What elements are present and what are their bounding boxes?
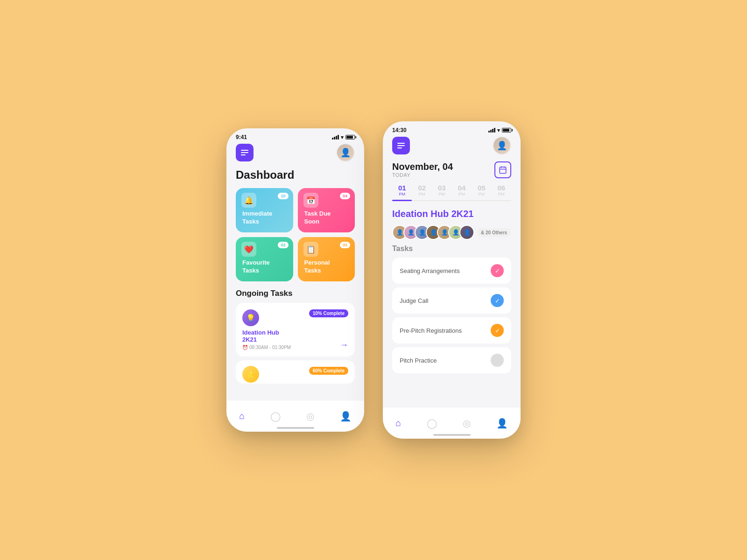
avatars-row: 👤 👤 👤 👤 👤 👤 👤 & 20 Others xyxy=(392,225,511,240)
user-avatar-right[interactable]: 👤 xyxy=(493,136,511,155)
task-due-soon-label: Task DueSoon xyxy=(304,210,349,226)
discover-icon-left: ◎ xyxy=(306,411,314,422)
ongoing-card-title: Ideation Hub2K21 xyxy=(242,329,348,343)
chat-icon-left: ◯ xyxy=(270,411,281,422)
home-icon-right: ⌂ xyxy=(395,418,401,428)
time-slot-02[interactable]: 02 PM xyxy=(412,184,432,200)
chat-icon-right: ◯ xyxy=(427,418,437,429)
battery-icon xyxy=(345,135,355,140)
tasks-section-label: Tasks xyxy=(392,245,511,253)
checkmark-seating: ✓ xyxy=(495,267,500,274)
task-row-judge-call[interactable]: Judge Call ✓ xyxy=(392,287,511,314)
home-indicator-right xyxy=(433,434,471,436)
task-grid: 10 🔔 ImmediateTasks 04 📅 Task DueSoon 02… xyxy=(236,188,355,281)
calendar-button[interactable] xyxy=(494,161,511,178)
time-period-04: PM xyxy=(452,192,472,196)
nav-chat-left[interactable]: ◯ xyxy=(265,408,286,425)
time-period-06: PM xyxy=(492,192,512,196)
date-label: TODAY xyxy=(392,172,453,178)
task-due-soon-card[interactable]: 04 📅 Task DueSoon xyxy=(298,188,355,232)
ongoing-progress-badge: 10% Complete xyxy=(309,309,348,317)
time-number-05: 05 xyxy=(472,184,492,192)
task-row-prepitch[interactable]: Pre-Pitch Registrations ✓ xyxy=(392,317,511,343)
discover-icon-right: ◎ xyxy=(463,418,471,429)
avatar-image-left: 👤 xyxy=(337,144,354,161)
nav-profile-right[interactable]: 👤 xyxy=(491,415,514,432)
nav-chat-right[interactable]: ◯ xyxy=(421,415,443,432)
nav-home-left[interactable]: ⌂ xyxy=(233,408,250,424)
hamburger-icon xyxy=(241,150,248,155)
time-period-01: PM xyxy=(392,192,412,196)
battery-icon-right xyxy=(502,128,511,133)
checkmark-prepitch: ✓ xyxy=(495,327,500,334)
personal-tasks-label: PersonalTasks xyxy=(304,259,349,275)
bottom-nav-right: ⌂ ◯ ◎ 👤 xyxy=(383,407,521,439)
event-title: Ideation Hub 2K21 xyxy=(392,209,511,219)
nav-discover-left[interactable]: ◎ xyxy=(301,408,320,425)
immediate-tasks-label: ImmediateTasks xyxy=(242,210,287,226)
favourite-tasks-card[interactable]: 02 ❤️ FavouriteTasks xyxy=(236,237,293,281)
signal-icon-right xyxy=(488,128,495,133)
svg-rect-0 xyxy=(500,167,506,174)
time-number-01: 01 xyxy=(392,184,412,192)
time-slot-04[interactable]: 04 PM xyxy=(452,184,472,200)
ongoing-card-time: ⏰ 08:30AM - 01:30PM xyxy=(242,345,348,350)
ongoing-section-title: Ongoing Tasks xyxy=(236,289,355,298)
menu-button[interactable] xyxy=(236,144,254,161)
ongoing-card-second[interactable]: 60% Complete ⭐ xyxy=(236,360,355,384)
task-due-soon-icon: 📅 xyxy=(303,193,318,208)
date-title: November, 04 xyxy=(392,161,453,172)
menu-button-right[interactable] xyxy=(392,137,410,154)
profile-icon-left: 👤 xyxy=(340,411,352,422)
date-section: November, 04 TODAY xyxy=(392,161,511,178)
time-right: 14:30 xyxy=(392,127,407,133)
profile-icon-right: 👤 xyxy=(496,418,508,429)
nav-profile-left[interactable]: 👤 xyxy=(334,408,357,425)
wifi-icon-right: ▾ xyxy=(497,127,500,133)
time-number-04: 04 xyxy=(452,184,472,192)
immediate-tasks-card[interactable]: 10 🔔 ImmediateTasks xyxy=(236,188,293,232)
task-row-pitch-practice[interactable]: Pitch Practice xyxy=(392,347,511,373)
ongoing-card-header: 💡 10% Complete xyxy=(242,309,348,326)
avatar-image-right: 👤 xyxy=(493,137,510,154)
time-number-02: 02 xyxy=(412,184,432,192)
task-name-pitch-practice: Pitch Practice xyxy=(400,357,437,364)
time-slot-03[interactable]: 03 PM xyxy=(432,184,452,200)
time-number-06: 06 xyxy=(492,184,512,192)
checkmark-judge-call: ✓ xyxy=(495,297,500,304)
time-number-03: 03 xyxy=(432,184,452,192)
ongoing-card-arrow[interactable]: → xyxy=(340,340,348,350)
task-row-seating[interactable]: Seating Arrangements ✓ xyxy=(392,258,511,284)
top-header-right: 👤 xyxy=(392,136,511,155)
task-name-prepitch: Pre-Pitch Registrations xyxy=(400,327,462,334)
ongoing-card-ideation[interactable]: 💡 10% Complete Ideation Hub2K21 ⏰ 08:30A… xyxy=(236,303,355,357)
time-left: 9:41 xyxy=(236,134,247,140)
time-slot-01[interactable]: 01 PM xyxy=(392,184,412,200)
check-seating: ✓ xyxy=(491,264,504,277)
nav-discover-right[interactable]: ◎ xyxy=(457,415,476,432)
time-period-03: PM xyxy=(432,192,452,196)
personal-tasks-card[interactable]: 05 📋 PersonalTasks xyxy=(298,237,355,281)
top-header-left: 👤 xyxy=(236,143,355,162)
second-card-icon: ⭐ xyxy=(242,366,259,383)
favourite-tasks-icon: ❤️ xyxy=(241,242,256,257)
time-slot-06[interactable]: 06 PM xyxy=(492,184,512,200)
time-slot-05[interactable]: 05 PM xyxy=(472,184,492,200)
others-badge: & 20 Others xyxy=(477,228,511,237)
check-prepitch: ✓ xyxy=(491,324,504,337)
favourite-tasks-label: FavouriteTasks xyxy=(242,259,287,275)
check-judge-call: ✓ xyxy=(491,294,504,307)
immediate-tasks-icon: 🔔 xyxy=(241,193,256,208)
status-icons-right: ▾ xyxy=(488,127,511,133)
user-avatar-left[interactable]: 👤 xyxy=(336,143,355,162)
date-info: November, 04 TODAY xyxy=(392,161,453,178)
nav-home-right[interactable]: ⌂ xyxy=(390,415,407,431)
personal-tasks-icon: 📋 xyxy=(303,242,318,257)
home-indicator-left xyxy=(277,427,314,429)
ongoing-card-icon: 💡 xyxy=(242,309,259,326)
hamburger-icon-right xyxy=(397,143,405,148)
phones-container: 9:41 ▾ xyxy=(226,121,521,439)
time-period-05: PM xyxy=(472,192,492,196)
immediate-tasks-badge: 10 xyxy=(278,193,288,199)
calendar-svg-icon xyxy=(499,166,507,174)
